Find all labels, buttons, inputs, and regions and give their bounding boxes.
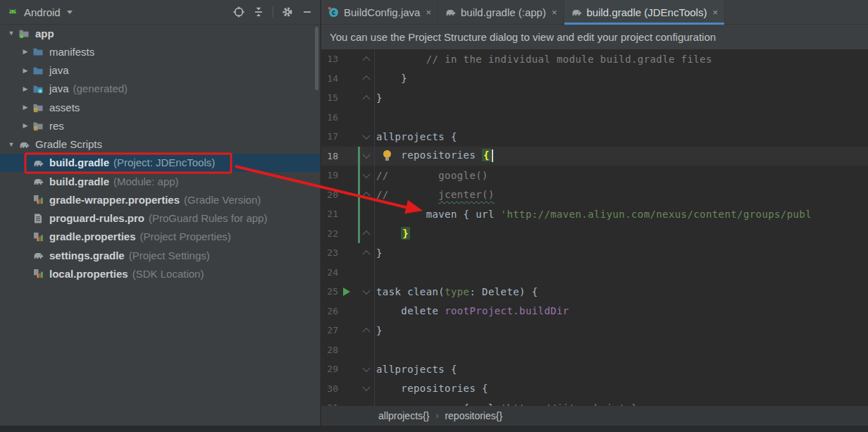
tab-close-icon[interactable]: ×: [712, 7, 718, 18]
tree-item-gradle-wrapper-properties-gradle-version[interactable]: gradle-wrapper.properties(Gradle Version…: [0, 190, 320, 209]
tab-build-gradle-app[interactable]: build.gradle (:app)×: [438, 0, 564, 24]
fold-end-icon[interactable]: [362, 328, 370, 335]
collapse-all-icon[interactable]: [253, 6, 264, 18]
chevron-collapsed-icon[interactable]: ▶: [18, 67, 32, 74]
code-text[interactable]: allprojects {: [375, 131, 457, 142]
intention-bulb-icon[interactable]: [383, 150, 391, 158]
chevron-expanded-icon[interactable]: ▼: [4, 30, 18, 37]
chevron-collapsed-icon[interactable]: ▶: [18, 122, 32, 129]
tree-item-res[interactable]: ▶res: [0, 116, 320, 135]
code-line-26[interactable]: 26 delete rootProject.buildDir: [321, 302, 868, 321]
tab-close-icon[interactable]: ×: [552, 7, 557, 18]
line-number[interactable]: 25: [321, 282, 338, 302]
line-number[interactable]: 15: [321, 88, 338, 108]
code-text[interactable]: repositories {: [375, 149, 493, 162]
line-number[interactable]: 14: [321, 69, 338, 89]
code-text[interactable]: }: [375, 325, 383, 336]
tree-item-proguard-rules-pro-proguard-rules-for-app[interactable]: proguard-rules.pro(ProGuard Rules for ap…: [0, 209, 320, 228]
tree-item-assets[interactable]: ▶assets: [0, 98, 320, 116]
code-line-27[interactable]: 27}: [321, 321, 868, 340]
fold-expand-icon[interactable]: [362, 151, 370, 159]
breadcrumb-item-allprojects[interactable]: allprojects{}: [378, 410, 429, 421]
tree-item-local-properties-sdk-location[interactable]: local.properties(SDK Location): [0, 264, 320, 283]
fold-end-icon[interactable]: [362, 75, 370, 83]
run-task-icon[interactable]: [343, 288, 350, 296]
code-editor[interactable]: 13 // in the individual module build.gra…: [321, 49, 868, 426]
line-number[interactable]: 28: [321, 340, 338, 360]
chevron-expanded-icon[interactable]: ▼: [4, 141, 18, 148]
line-number[interactable]: 30: [321, 379, 338, 399]
fold-end-icon[interactable]: [362, 230, 370, 238]
breadcrumb-item-repositories[interactable]: repositories{}: [445, 410, 502, 421]
fold-expand-icon[interactable]: [362, 364, 370, 371]
line-number[interactable]: 22: [321, 224, 338, 244]
code-text[interactable]: // jcenter(): [375, 189, 495, 200]
tab-close-icon[interactable]: ×: [426, 7, 431, 18]
code-text[interactable]: // in the individual module build.gradle…: [375, 54, 712, 65]
code-line-16[interactable]: 16: [321, 108, 868, 128]
settings-icon[interactable]: [282, 6, 293, 18]
code-line-21[interactable]: 21 maven { url 'http://maven.aliyun.com/…: [321, 204, 868, 224]
line-number[interactable]: 21: [321, 204, 338, 224]
code-text[interactable]: }: [375, 247, 383, 259]
code-text[interactable]: // google(): [375, 170, 488, 181]
tab-buildconfig-java[interactable]: cBuildConfig.java×: [321, 0, 438, 24]
fold-expand-icon[interactable]: [362, 131, 370, 139]
tree-item-gradle-scripts[interactable]: ▼Gradle Scripts: [0, 135, 320, 154]
code-text[interactable]: }: [375, 228, 410, 239]
tree-item-build-gradle-module-app[interactable]: build.gradle(Module: app): [0, 172, 320, 190]
code-line-18[interactable]: 18 repositories {: [321, 147, 868, 166]
locate-icon[interactable]: [233, 6, 244, 18]
fold-end-icon[interactable]: [362, 192, 370, 199]
line-number[interactable]: 23: [321, 243, 338, 263]
tree-item-java-generated[interactable]: ▶java(generated): [0, 80, 320, 98]
tree-item-app[interactable]: ▼app: [0, 24, 320, 42]
code-line-30[interactable]: 30 repositories {: [321, 379, 868, 399]
fold-end-icon[interactable]: [362, 56, 370, 64]
chevron-collapsed-icon[interactable]: ▶: [18, 104, 32, 111]
tree-item-gradle-properties-project-properties[interactable]: gradle.properties(Project Properties): [0, 228, 320, 246]
fold-end-icon[interactable]: [362, 250, 370, 258]
code-text[interactable]: }: [375, 92, 383, 104]
fold-expand-icon[interactable]: [362, 170, 370, 178]
code-line-19[interactable]: 19// google(): [321, 166, 868, 185]
line-number[interactable]: 24: [321, 263, 338, 283]
code-line-28[interactable]: 28: [321, 340, 868, 360]
code-line-29[interactable]: 29allprojects {: [321, 359, 868, 379]
tree-item-settings-gradle-project-settings[interactable]: settings.gradle(Project Settings): [0, 246, 320, 264]
tree-item-manifests[interactable]: ▶manifests: [0, 42, 320, 61]
line-number[interactable]: 20: [321, 185, 338, 205]
code-line-20[interactable]: 20// jcenter(): [321, 185, 868, 205]
code-line-15[interactable]: 15}: [321, 88, 868, 108]
line-number[interactable]: 19: [321, 166, 338, 185]
line-number[interactable]: 18: [321, 147, 338, 166]
line-number[interactable]: 27: [321, 321, 338, 340]
fold-end-icon[interactable]: [362, 95, 370, 103]
code-text[interactable]: }: [375, 73, 407, 84]
tree-scrollbar[interactable]: [315, 27, 318, 90]
code-line-24[interactable]: 24: [321, 263, 868, 283]
tree-item-java[interactable]: ▶java: [0, 61, 320, 80]
line-number[interactable]: 29: [321, 359, 338, 379]
hide-icon[interactable]: [302, 6, 313, 18]
fold-expand-icon[interactable]: [362, 383, 370, 391]
code-line-23[interactable]: 23}: [321, 243, 868, 263]
line-number[interactable]: 17: [321, 127, 338, 147]
code-line-17[interactable]: 17allprojects {: [321, 127, 868, 147]
code-text[interactable]: delete rootProject.buildDir: [375, 305, 569, 316]
chevron-down-icon[interactable]: [67, 11, 73, 14]
code-line-14[interactable]: 14 }: [321, 69, 868, 89]
fold-expand-icon[interactable]: [362, 286, 370, 294]
code-line-25[interactable]: 25task clean(type: Delete) {: [321, 282, 868, 302]
code-line-13[interactable]: 13 // in the individual module build.gra…: [321, 49, 868, 69]
line-number[interactable]: 26: [321, 302, 338, 321]
chevron-collapsed-icon[interactable]: ▶: [18, 85, 32, 92]
code-text[interactable]: repositories {: [375, 383, 488, 394]
chevron-collapsed-icon[interactable]: ▶: [18, 48, 32, 55]
code-text[interactable]: allprojects {: [375, 364, 457, 375]
code-text[interactable]: task clean(type: Delete) {: [375, 286, 538, 297]
line-number[interactable]: 16: [321, 108, 338, 128]
line-number[interactable]: 13: [321, 49, 338, 69]
code-text[interactable]: maven { url 'http://maven.aliyun.com/nex…: [375, 209, 812, 220]
code-line-22[interactable]: 22 }: [321, 224, 868, 244]
